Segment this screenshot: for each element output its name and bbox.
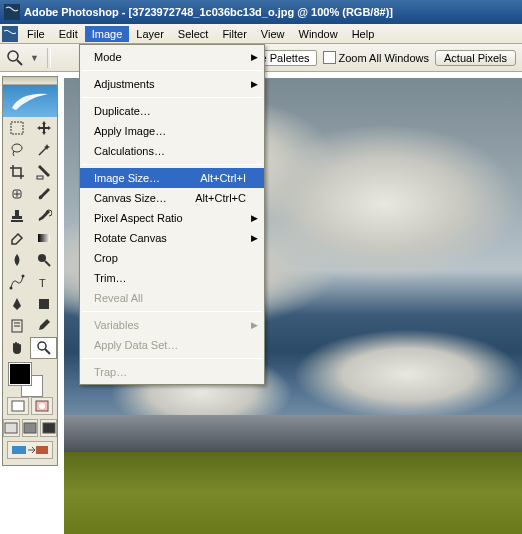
color-swatches[interactable] xyxy=(3,359,57,395)
svg-rect-8 xyxy=(37,176,43,179)
svg-rect-1 xyxy=(2,26,18,42)
svg-text:T: T xyxy=(39,277,46,289)
eyedropper-tool[interactable] xyxy=(30,315,57,337)
image-menu-dropdown: Mode▶ Adjustments▶ Duplicate… Apply Imag… xyxy=(79,44,265,385)
svg-line-3 xyxy=(17,60,22,65)
shortcut-label: Alt+Ctrl+I xyxy=(200,172,246,184)
history-brush-tool[interactable] xyxy=(30,205,57,227)
healing-tool[interactable] xyxy=(3,183,30,205)
menu-image-size[interactable]: Image Size…Alt+Ctrl+I xyxy=(80,168,264,188)
svg-rect-5 xyxy=(11,122,23,134)
shortcut-label: Alt+Ctrl+C xyxy=(195,192,246,204)
menu-apply-image[interactable]: Apply Image… xyxy=(80,121,264,141)
svg-line-17 xyxy=(45,261,50,266)
menu-apply-data-set: Apply Data Set… xyxy=(80,335,264,355)
menu-view[interactable]: View xyxy=(254,26,292,42)
svg-rect-13 xyxy=(12,216,22,219)
foreground-color-swatch[interactable] xyxy=(9,363,31,385)
jump-to-imageready-button[interactable] xyxy=(7,441,53,459)
separator xyxy=(47,48,51,68)
actual-pixels-button[interactable]: Actual Pixels xyxy=(435,50,516,66)
quickmask-mode-button[interactable] xyxy=(31,397,53,415)
menu-filter[interactable]: Filter xyxy=(215,26,253,42)
submenu-arrow-icon: ▶ xyxy=(251,233,258,243)
lasso-tool[interactable] xyxy=(3,139,30,161)
menu-image[interactable]: Image xyxy=(85,26,130,42)
title-bar: Adobe Photoshop - [3723972748_1c036bc13d… xyxy=(0,0,522,24)
notes-tool[interactable] xyxy=(3,315,30,337)
menu-rotate-canvas[interactable]: Rotate Canvas▶ xyxy=(80,228,264,248)
chevron-down-icon[interactable]: ▼ xyxy=(30,53,39,63)
svg-point-2 xyxy=(8,51,18,61)
menu-window[interactable]: Window xyxy=(292,26,345,42)
menu-trim[interactable]: Trim… xyxy=(80,268,264,288)
svg-rect-30 xyxy=(5,423,17,433)
screen-full-button[interactable] xyxy=(40,419,57,437)
menu-adjustments[interactable]: Adjustments▶ xyxy=(80,74,264,94)
toolbox: T xyxy=(2,76,58,466)
svg-point-16 xyxy=(38,254,46,262)
svg-point-19 xyxy=(21,275,24,278)
screen-full-menu-button[interactable] xyxy=(22,419,39,437)
svg-point-29 xyxy=(39,403,45,409)
app-menu-icon[interactable] xyxy=(2,26,18,42)
menu-layer[interactable]: Layer xyxy=(129,26,171,42)
menu-file[interactable]: File xyxy=(20,26,52,42)
menu-bar: File Edit Image Layer Select Filter View… xyxy=(0,24,522,44)
stamp-tool[interactable] xyxy=(3,205,30,227)
menu-calculations[interactable]: Calculations… xyxy=(80,141,264,161)
window-title: Adobe Photoshop - [3723972748_1c036bc13d… xyxy=(24,6,393,18)
menu-duplicate[interactable]: Duplicate… xyxy=(80,101,264,121)
submenu-arrow-icon: ▶ xyxy=(251,320,258,330)
hand-tool[interactable] xyxy=(3,337,30,359)
standard-mode-button[interactable] xyxy=(7,397,29,415)
menu-canvas-size[interactable]: Canvas Size…Alt+Ctrl+C xyxy=(80,188,264,208)
dodge-tool[interactable] xyxy=(30,249,57,271)
svg-rect-0 xyxy=(4,4,20,20)
submenu-arrow-icon: ▶ xyxy=(251,79,258,89)
svg-rect-14 xyxy=(11,220,23,222)
zoom-all-windows-checkbox[interactable]: Zoom All Windows xyxy=(323,51,429,64)
svg-line-26 xyxy=(45,349,50,354)
svg-rect-34 xyxy=(36,446,48,454)
checkbox-icon xyxy=(323,51,336,64)
svg-rect-27 xyxy=(12,401,24,411)
menu-edit[interactable]: Edit xyxy=(52,26,85,42)
zoom-all-label: Zoom All Windows xyxy=(339,52,429,64)
toolbox-grip[interactable] xyxy=(3,77,57,85)
menu-trap: Trap… xyxy=(80,362,264,382)
zoom-tool[interactable] xyxy=(30,337,57,359)
submenu-arrow-icon: ▶ xyxy=(251,52,258,62)
slice-tool[interactable] xyxy=(30,161,57,183)
eraser-tool[interactable] xyxy=(3,227,30,249)
svg-rect-33 xyxy=(12,446,26,454)
svg-rect-31 xyxy=(24,423,36,433)
move-tool[interactable] xyxy=(30,117,57,139)
svg-rect-21 xyxy=(39,299,49,309)
app-icon xyxy=(4,4,20,20)
menu-select[interactable]: Select xyxy=(171,26,216,42)
path-tool[interactable] xyxy=(3,271,30,293)
pen-tool[interactable] xyxy=(3,293,30,315)
menu-mode[interactable]: Mode▶ xyxy=(80,47,264,67)
brush-tool[interactable] xyxy=(30,183,57,205)
shape-tool[interactable] xyxy=(30,293,57,315)
wand-tool[interactable] xyxy=(30,139,57,161)
svg-line-7 xyxy=(39,147,47,155)
gradient-tool[interactable] xyxy=(30,227,57,249)
menu-crop[interactable]: Crop xyxy=(80,248,264,268)
type-tool[interactable]: T xyxy=(30,271,57,293)
menu-pixel-aspect-ratio[interactable]: Pixel Aspect Ratio▶ xyxy=(80,208,264,228)
blur-tool[interactable] xyxy=(3,249,30,271)
zoom-tool-icon[interactable] xyxy=(6,49,24,67)
toolbox-header xyxy=(3,85,57,117)
separator xyxy=(82,70,262,71)
separator xyxy=(82,164,262,165)
svg-rect-32 xyxy=(43,423,55,433)
marquee-tool[interactable] xyxy=(3,117,30,139)
menu-variables: Variables▶ xyxy=(80,315,264,335)
crop-tool[interactable] xyxy=(3,161,30,183)
screen-standard-button[interactable] xyxy=(3,419,20,437)
menu-help[interactable]: Help xyxy=(345,26,382,42)
svg-point-6 xyxy=(12,144,22,152)
